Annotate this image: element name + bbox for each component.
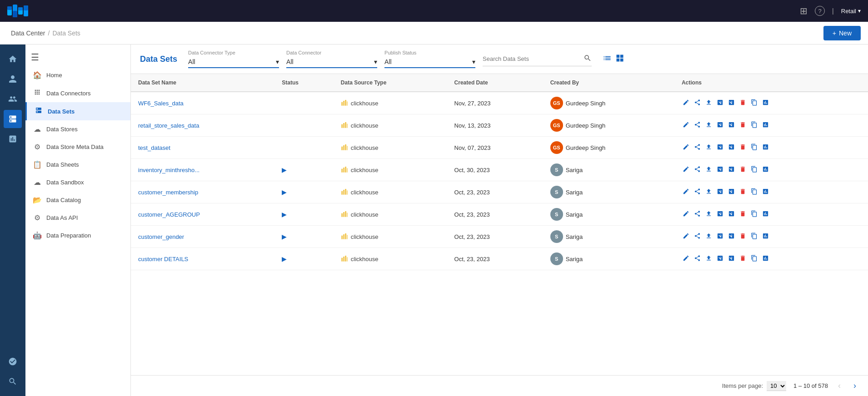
sidebar-item-data-stores[interactable]: ☁ Data Stores <box>25 120 130 138</box>
dataset-name-link[interactable]: retail_store_sales_data <box>138 122 199 129</box>
search-icon[interactable] <box>584 54 592 64</box>
edit-button[interactable] <box>682 187 690 197</box>
download-button[interactable] <box>727 254 736 264</box>
export-arrow-button[interactable] <box>716 165 724 175</box>
chart-button[interactable] <box>761 120 770 130</box>
sidebar-item-data-preparation[interactable]: 🤖 Data Preparation <box>25 227 130 244</box>
edit-button[interactable] <box>682 254 690 264</box>
breadcrumb-data-center[interactable]: Data Center <box>11 30 45 37</box>
chart-button[interactable] <box>761 98 770 108</box>
copy-button[interactable] <box>750 165 758 175</box>
chart-button[interactable] <box>761 165 770 175</box>
dataset-name-link[interactable]: customer_gender <box>138 233 184 240</box>
share-button[interactable] <box>693 143 702 153</box>
sidebar-item-data-as-api[interactable]: ⚙ Data As API <box>25 209 130 227</box>
chart-button[interactable] <box>761 232 770 242</box>
sidebar-icon-search[interactable] <box>4 372 22 391</box>
download-button[interactable] <box>727 232 736 242</box>
edit-button[interactable] <box>682 165 690 175</box>
grid-icon[interactable]: ⊞ <box>800 5 808 16</box>
hamburger-icon[interactable]: ☰ <box>31 52 39 63</box>
copy-button[interactable] <box>750 209 758 219</box>
copy-button[interactable] <box>750 187 758 197</box>
next-page-button[interactable]: › <box>851 380 859 391</box>
sidebar-icon-database[interactable] <box>4 110 22 128</box>
grid-view-icon[interactable] <box>615 54 624 65</box>
sidebar-icon-group[interactable] <box>4 90 22 108</box>
dataset-name-link[interactable]: customer DETAILS <box>138 256 188 262</box>
delete-button[interactable] <box>738 98 747 108</box>
upload-button[interactable] <box>704 143 713 153</box>
upload-button[interactable] <box>704 232 713 242</box>
export-arrow-button[interactable] <box>716 254 724 264</box>
download-button[interactable] <box>727 98 736 108</box>
retail-dropdown[interactable]: Retail ▾ <box>841 8 861 15</box>
copy-button[interactable] <box>750 98 758 108</box>
share-button[interactable] <box>693 120 702 130</box>
edit-button[interactable] <box>682 209 690 219</box>
copy-button[interactable] <box>750 232 758 242</box>
upload-button[interactable] <box>704 209 713 219</box>
download-button[interactable] <box>727 143 736 153</box>
copy-button[interactable] <box>750 254 758 264</box>
chart-button[interactable] <box>761 254 770 264</box>
dataset-name-link[interactable]: test_dataset <box>138 144 170 151</box>
download-button[interactable] <box>727 187 736 197</box>
sidebar-item-data-sets[interactable]: Data Sets <box>25 102 130 120</box>
sidebar-item-data-store-meta[interactable]: ⚙ Data Store Meta Data <box>25 138 130 156</box>
new-button[interactable]: + New <box>823 26 861 40</box>
export-arrow-button[interactable] <box>716 187 724 197</box>
sidebar-icon-user[interactable] <box>4 70 22 88</box>
edit-button[interactable] <box>682 232 690 242</box>
sidebar-icon-analytics[interactable] <box>4 130 22 148</box>
upload-button[interactable] <box>704 165 713 175</box>
dataset-name-link[interactable]: customer_AGEGROUP <box>138 211 200 218</box>
edit-button[interactable] <box>682 98 690 108</box>
sidebar-item-data-catalog[interactable]: 📂 Data Catalog <box>25 191 130 209</box>
upload-button[interactable] <box>704 187 713 197</box>
sidebar-item-data-sheets[interactable]: 📋 Data Sheets <box>25 156 130 173</box>
delete-button[interactable] <box>738 165 747 175</box>
chart-button[interactable] <box>761 187 770 197</box>
export-arrow-button[interactable] <box>716 98 724 108</box>
share-button[interactable] <box>693 254 702 264</box>
prev-page-button[interactable]: ‹ <box>835 380 843 391</box>
download-button[interactable] <box>727 209 736 219</box>
export-arrow-button[interactable] <box>716 120 724 130</box>
copy-button[interactable] <box>750 120 758 130</box>
upload-button[interactable] <box>704 98 713 108</box>
edit-button[interactable] <box>682 143 690 153</box>
search-input[interactable] <box>483 55 582 62</box>
edit-button[interactable] <box>682 120 690 130</box>
delete-button[interactable] <box>738 120 747 130</box>
sidebar-icon-settings[interactable] <box>4 352 22 371</box>
connector-type-select[interactable]: All ▾ <box>188 56 279 68</box>
export-arrow-button[interactable] <box>716 143 724 153</box>
share-button[interactable] <box>693 209 702 219</box>
sidebar-item-data-connectors[interactable]: Data Connectors <box>25 84 130 102</box>
delete-button[interactable] <box>738 187 747 197</box>
dataset-name-link[interactable]: inventory_minthresho... <box>138 167 200 173</box>
export-arrow-button[interactable] <box>716 232 724 242</box>
help-icon[interactable]: ? <box>815 6 825 16</box>
share-button[interactable] <box>693 98 702 108</box>
dataset-name-link[interactable]: customer_membership <box>138 189 198 196</box>
download-button[interactable] <box>727 120 736 130</box>
delete-button[interactable] <box>738 209 747 219</box>
upload-button[interactable] <box>704 120 713 130</box>
sidebar-item-home[interactable]: 🏠 Home <box>25 66 130 84</box>
share-button[interactable] <box>693 187 702 197</box>
sidebar-icon-home[interactable] <box>4 50 22 68</box>
delete-button[interactable] <box>738 254 747 264</box>
delete-button[interactable] <box>738 143 747 153</box>
download-button[interactable] <box>727 165 736 175</box>
items-per-page-select[interactable]: 10 25 50 <box>767 381 786 391</box>
list-view-icon[interactable] <box>603 54 612 65</box>
share-button[interactable] <box>693 165 702 175</box>
copy-button[interactable] <box>750 143 758 153</box>
export-arrow-button[interactable] <box>716 209 724 219</box>
dataset-name-link[interactable]: WF6_Sales_data <box>138 100 184 107</box>
connector-select[interactable]: All ▾ <box>286 56 377 68</box>
delete-button[interactable] <box>738 232 747 242</box>
share-button[interactable] <box>693 232 702 242</box>
